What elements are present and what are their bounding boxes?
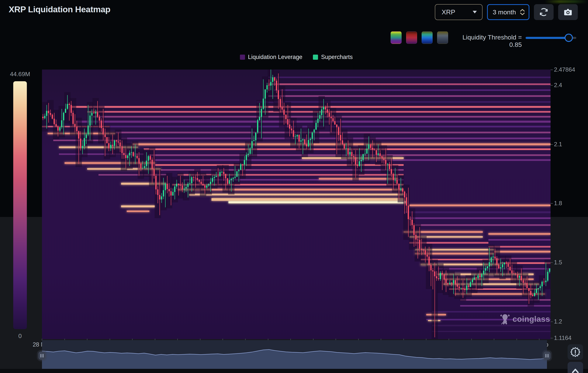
colorbar-max-label: 44.69M (6, 71, 34, 78)
app-root: XRP Liquidation Heatmap XRP 3 month Liqu… (0, 0, 588, 373)
legend-label: Liquidation Leverage (248, 54, 303, 61)
liquidity-threshold-label: Liquidity Threshold = 0.85 (454, 34, 522, 48)
liquidation-colorbar (13, 81, 27, 329)
navigator-right-handle[interactable] (543, 352, 551, 360)
scroll-top-button[interactable] (567, 362, 583, 373)
period-stepper[interactable] (520, 9, 525, 15)
camera-icon (563, 7, 573, 17)
colorbar-min-label: 0 (6, 332, 34, 340)
pause-handle-icon (547, 354, 548, 358)
legend-item-supercharts[interactable]: Supercharts (313, 54, 353, 61)
price-axis-tick (551, 144, 553, 145)
price-axis-label: 1.5 (554, 259, 562, 266)
price-axis-tick (551, 85, 553, 86)
legend-swatch-purple (240, 55, 245, 60)
period-select[interactable]: 3 month (487, 4, 529, 20)
stepper-down-icon[interactable] (520, 13, 525, 15)
badge-alert-icon (568, 345, 582, 359)
price-axis-tick (551, 338, 553, 338)
refresh-button[interactable] (534, 4, 554, 20)
price-axis-tick (551, 70, 553, 70)
price-axis-tick (551, 262, 553, 263)
palette-swatch-4[interactable] (437, 31, 448, 44)
threshold-slider-thumb[interactable] (565, 34, 573, 42)
palette-swatch-2[interactable] (406, 31, 417, 44)
price-axis-label: 2.4 (554, 82, 562, 89)
bottom-strip (0, 369, 588, 373)
period-select-value: 3 month (493, 9, 516, 16)
navigator-left-handle[interactable] (38, 352, 46, 360)
palette-swatch-3[interactable] (422, 31, 433, 44)
price-axis-label: 1.8 (554, 200, 562, 207)
corner-glow-decoration (545, 0, 588, 3)
threshold-slider[interactable] (525, 37, 576, 39)
chevron-up-icon (570, 368, 581, 373)
notification-badge-button[interactable] (567, 344, 583, 360)
price-axis-label: 2.1 (554, 141, 562, 148)
palette-swatch-1[interactable] (391, 31, 402, 44)
liquidation-heatmap-canvas[interactable] (42, 70, 551, 339)
legend-label: Supercharts (321, 54, 353, 61)
legend-swatch-green (313, 55, 318, 60)
price-axis-tick (551, 203, 553, 204)
bull-logo-icon (500, 314, 510, 325)
threshold-slider-fill (525, 37, 569, 39)
price-axis-tick (551, 321, 553, 322)
watermark-text: coinglass (513, 315, 550, 324)
price-axis-label: 1.2 (554, 318, 562, 325)
refresh-icon (539, 7, 549, 17)
screenshot-button[interactable] (558, 4, 578, 20)
coinglass-watermark: coinglass (500, 314, 550, 325)
stepper-up-icon[interactable] (520, 9, 525, 11)
symbol-select[interactable]: XRP (435, 4, 483, 20)
pause-handle-icon (42, 354, 43, 358)
caret-down-icon (473, 11, 477, 13)
legend-item-liquidation-leverage[interactable]: Liquidation Leverage (240, 54, 303, 61)
chart-legend: Liquidation Leverage Supercharts (42, 54, 551, 61)
page-title: XRP Liquidation Heatmap (9, 5, 110, 14)
symbol-select-value: XRP (442, 8, 455, 16)
price-axis-label: 2.47864 (554, 66, 575, 73)
price-axis-label: 1.1164 (554, 335, 572, 342)
pause-handle-icon (41, 354, 42, 358)
pause-handle-icon (546, 354, 546, 358)
navigator-area-chart[interactable] (42, 349, 547, 369)
